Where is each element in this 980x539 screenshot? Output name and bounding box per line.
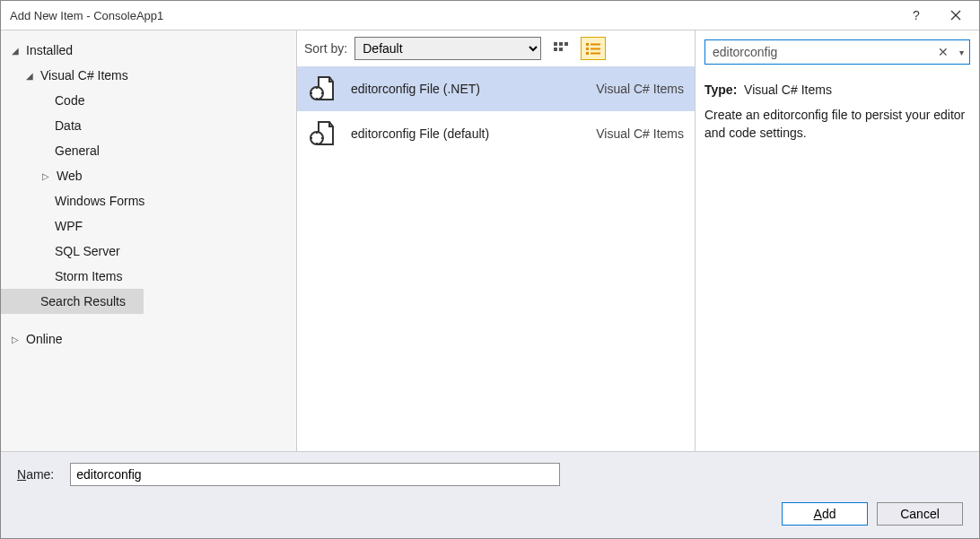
template-panel: Sort by: Default <box>297 30 696 451</box>
tree-online[interactable]: ▷ Online <box>1 326 296 352</box>
chevron-right-icon: ▷ <box>12 335 22 344</box>
name-label: Name: <box>17 467 54 482</box>
tree-online-label: Online <box>26 332 62 346</box>
chevron-right-icon: ▷ <box>42 171 53 181</box>
sort-by-select[interactable]: Default <box>354 37 541 60</box>
dialog-content: ◢ Installed ◢ Visual C# Items Code Data … <box>1 30 979 451</box>
template-group: Visual C# Items <box>596 126 684 141</box>
titlebar: Add New Item - ConsoleApp1 ? <box>1 1 979 30</box>
search-dropdown-button[interactable]: ▾ <box>953 48 969 57</box>
template-name: editorconfig File (.NET) <box>351 82 583 96</box>
window-title: Add New Item - ConsoleApp1 <box>10 9 897 22</box>
svg-rect-4 <box>564 42 568 46</box>
description-text: Create an editorconfig file to persist y… <box>704 106 970 143</box>
tree-item-wpf[interactable]: WPF <box>1 213 296 239</box>
tree-item-web[interactable]: ▷ Web <box>1 163 296 188</box>
dialog-window: Add New Item - ConsoleApp1 ? ◢ Installed… <box>0 0 980 539</box>
tree-item-label: General <box>55 143 100 158</box>
details-panel: ✕ ▾ Type: Visual C# Items Create an edit… <box>696 30 979 451</box>
tree-item-code[interactable]: Code <box>1 88 296 113</box>
tree-csharp-label: Visual C# Items <box>40 68 128 83</box>
tree-item-label: Windows Forms <box>55 194 144 208</box>
svg-rect-11 <box>586 52 589 55</box>
tree-item-label: Web <box>57 169 83 183</box>
tree-item-winforms[interactable]: Windows Forms <box>1 188 296 213</box>
svg-rect-8 <box>591 44 600 46</box>
search-box[interactable]: ✕ ▾ <box>704 39 970 65</box>
close-icon <box>950 10 961 21</box>
add-button[interactable]: Add <box>782 502 868 526</box>
svg-point-13 <box>311 87 323 100</box>
small-icons-icon <box>553 41 569 56</box>
svg-rect-9 <box>586 48 589 50</box>
view-small-icons-button[interactable] <box>548 37 573 60</box>
view-details-button[interactable] <box>581 37 606 60</box>
sort-by-label: Sort by: <box>304 41 347 56</box>
template-name: editorconfig File (default) <box>351 126 583 141</box>
svg-rect-12 <box>591 53 600 55</box>
tree-item-general[interactable]: General <box>1 138 296 163</box>
template-toolbar: Sort by: Default <box>297 30 695 66</box>
category-tree[interactable]: ◢ Installed ◢ Visual C# Items Code Data … <box>1 30 297 451</box>
svg-rect-6 <box>559 48 563 51</box>
template-list[interactable]: editorconfig File (.NET) Visual C# Items… <box>297 66 695 451</box>
cancel-button[interactable]: Cancel <box>877 502 963 526</box>
button-row: Add Cancel <box>17 502 963 526</box>
tree-item-sqlserver[interactable]: SQL Server <box>1 239 296 264</box>
tree-item-label: SQL Server <box>55 244 120 258</box>
clear-search-button[interactable]: ✕ <box>933 45 953 59</box>
tree-csharp-items[interactable]: ◢ Visual C# Items <box>1 63 296 88</box>
tree-item-data[interactable]: Data <box>1 113 296 138</box>
tree-installed-label: Installed <box>26 43 73 57</box>
svg-rect-7 <box>586 43 589 46</box>
help-button[interactable]: ? <box>897 1 936 30</box>
tree-search-results[interactable]: Search Results <box>1 289 144 314</box>
tree-item-label: Code <box>55 93 84 108</box>
close-button[interactable] <box>936 1 976 30</box>
template-item[interactable]: editorconfig File (.NET) Visual C# Items <box>297 66 695 111</box>
chevron-down-icon: ◢ <box>12 46 22 56</box>
tree-item-label: WPF <box>55 219 83 233</box>
type-row: Type: Visual C# Items <box>704 83 970 97</box>
template-group: Visual C# Items <box>596 82 684 96</box>
template-item[interactable]: editorconfig File (default) Visual C# It… <box>297 111 695 156</box>
search-input[interactable] <box>705 45 933 59</box>
details-icon <box>585 41 601 56</box>
chevron-down-icon: ◢ <box>26 71 37 81</box>
svg-rect-10 <box>591 48 600 50</box>
tree-item-label: Storm Items <box>55 269 122 283</box>
type-label: Type: <box>704 83 737 97</box>
svg-rect-2 <box>554 42 557 46</box>
svg-point-18 <box>311 132 323 144</box>
editorconfig-file-icon <box>308 74 338 104</box>
tree-item-label: Data <box>55 118 82 133</box>
editorconfig-file-icon <box>308 118 338 149</box>
svg-rect-5 <box>554 48 557 51</box>
type-value: Visual C# Items <box>744 83 832 97</box>
tree-search-results-label: Search Results <box>40 294 126 309</box>
name-row: Name: <box>17 463 963 486</box>
name-input[interactable] <box>70 463 560 486</box>
dialog-footer: Name: Add Cancel <box>1 451 979 538</box>
svg-rect-3 <box>559 42 563 46</box>
tree-item-storm[interactable]: Storm Items <box>1 264 296 289</box>
tree-installed[interactable]: ◢ Installed <box>1 38 296 63</box>
